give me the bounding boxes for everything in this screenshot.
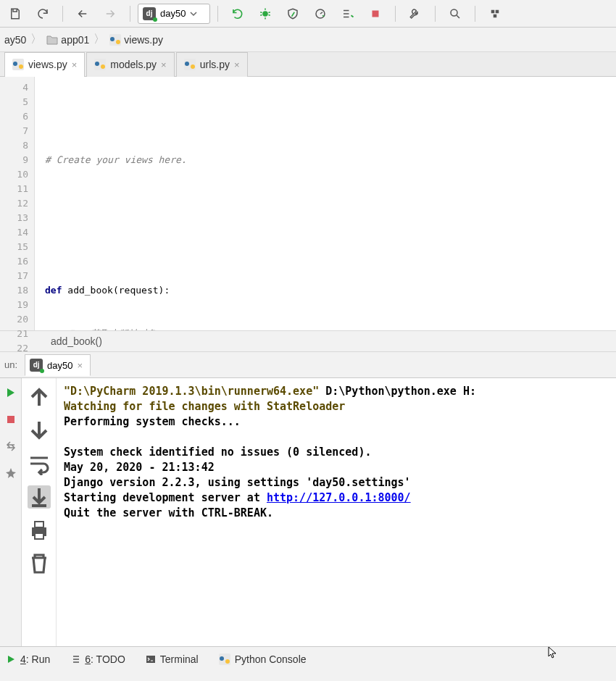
save-all-button[interactable] [3, 1, 28, 26]
down-button[interactable] [28, 419, 51, 442]
context-bar: add_book() [0, 330, 616, 352]
python-file-icon [94, 59, 106, 70]
run-left-toolbar [0, 378, 22, 646]
tab-label: models.py [110, 59, 157, 70]
chevron-right-icon: 〉 [30, 32, 42, 47]
run-tab-name: day50 [47, 360, 72, 371]
search-button[interactable] [443, 1, 467, 26]
code-editor[interactable]: 4 5 6 7 8 9 10 11 12 13 14 15 16 17 18 1… [0, 77, 616, 330]
django-icon: dj [30, 359, 43, 372]
breadcrumb: ay50 〉 app01 〉 views.py [0, 28, 616, 52]
run-config-tab[interactable]: dj day50 × [25, 354, 91, 376]
forward-button[interactable] [98, 1, 122, 26]
concurrency-button[interactable] [336, 1, 360, 26]
close-icon[interactable]: × [161, 59, 167, 70]
restart-button[interactable] [5, 440, 17, 454]
bottom-toolbar: 4: Run 6: TODO Terminal Python Console [0, 646, 616, 671]
svg-rect-2 [372, 10, 379, 17]
tab-views[interactable]: views.py × [4, 52, 85, 77]
rerun-button[interactable] [225, 1, 250, 26]
editor-gutter: 4 5 6 7 8 9 10 11 12 13 14 15 16 17 18 1… [0, 77, 35, 330]
list-icon [70, 654, 80, 664]
tab-label: urls.py [200, 59, 230, 70]
profile-button[interactable] [308, 1, 333, 26]
django-icon: dj [143, 7, 156, 20]
svg-rect-5 [496, 9, 499, 13]
close-icon[interactable]: × [72, 59, 78, 70]
context-function[interactable]: add_book() [51, 335, 102, 347]
tool-window-todo[interactable]: 6: TODO [70, 653, 125, 665]
editor-tabs: views.py × models.py × urls.py × [0, 52, 616, 77]
svg-rect-10 [35, 533, 43, 539]
breadcrumb-seg-3[interactable]: views.py [109, 34, 163, 46]
chevron-down-icon [190, 10, 197, 17]
close-icon[interactable]: × [234, 59, 240, 70]
chevron-right-icon: 〉 [93, 32, 105, 47]
svg-rect-11 [146, 656, 155, 663]
back-button[interactable] [70, 1, 95, 26]
run-config-selector[interactable]: dj day50 [138, 4, 210, 24]
editor-content[interactable]: # Create your views here. def add_book(r… [35, 77, 616, 330]
run-coverage-button[interactable] [280, 1, 305, 26]
terminal-icon [146, 654, 156, 664]
tab-models[interactable]: models.py × [86, 52, 174, 77]
breadcrumb-seg-2[interactable]: app01 [46, 34, 89, 46]
main-toolbar: dj day50 [0, 0, 616, 28]
server-url-link[interactable]: http://127.0.0.1:8000/ [267, 491, 411, 504]
wrench-button[interactable] [403, 1, 428, 26]
svg-rect-9 [35, 522, 43, 527]
pin-button[interactable] [5, 467, 17, 481]
tab-urls[interactable]: urls.py × [176, 52, 248, 77]
run-mid-toolbar [22, 378, 57, 646]
print-button[interactable] [28, 519, 51, 542]
folder-icon [46, 35, 58, 45]
tool-window-terminal[interactable]: Terminal [146, 653, 199, 665]
svg-point-0 [262, 11, 268, 17]
rerun-button[interactable] [5, 387, 17, 401]
stop-button[interactable] [363, 1, 388, 26]
debug-button[interactable] [253, 1, 278, 26]
svg-point-3 [451, 9, 457, 16]
svg-rect-7 [7, 416, 14, 423]
refresh-button[interactable] [30, 1, 55, 26]
breadcrumb-seg-1[interactable]: ay50 [4, 34, 26, 46]
soft-wrap-button[interactable] [28, 452, 51, 475]
trash-button[interactable] [28, 552, 51, 575]
update-button[interactable] [483, 1, 507, 26]
tool-window-python-console[interactable]: Python Console [219, 653, 307, 665]
run-config-name: day50 [160, 8, 186, 19]
scroll-to-end-button[interactable] [28, 485, 51, 509]
python-file-icon [184, 59, 196, 70]
mouse-cursor-icon [548, 646, 558, 659]
console-output[interactable]: "D:\PyCharm 2019.1.3\bin\runnerw64.exe" … [57, 378, 616, 646]
run-panel-header: un: dj day50 × [0, 352, 616, 378]
svg-rect-4 [491, 9, 495, 13]
tab-label: views.py [28, 59, 67, 70]
stop-button[interactable] [5, 414, 17, 427]
close-icon[interactable]: × [78, 360, 83, 371]
run-panel: "D:\PyCharm 2019.1.3\bin\runnerw64.exe" … [0, 378, 616, 646]
up-button[interactable] [28, 385, 51, 409]
python-file-icon [12, 59, 24, 70]
tool-window-run[interactable]: 4: Run [6, 653, 50, 665]
play-icon [6, 654, 16, 664]
svg-rect-6 [494, 14, 497, 17]
run-label: un: [4, 359, 17, 370]
python-file-icon [109, 34, 121, 46]
python-icon [219, 653, 230, 665]
